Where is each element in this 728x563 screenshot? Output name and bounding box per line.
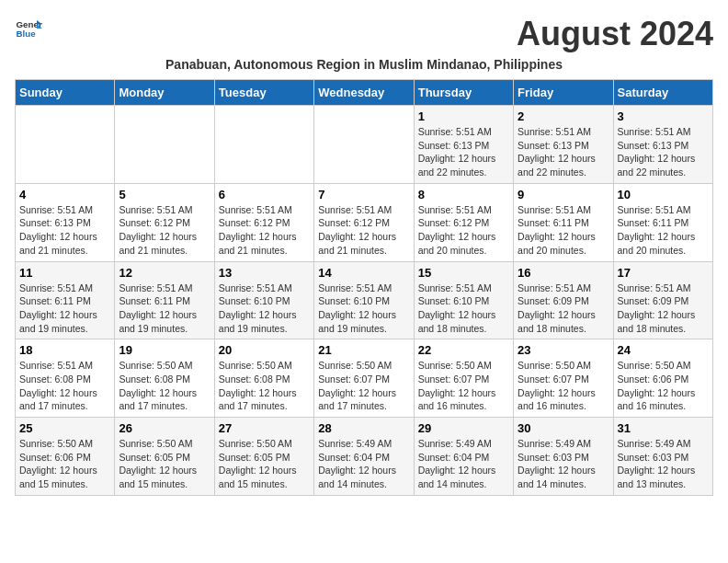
day-number: 27 bbox=[219, 421, 310, 435]
subtitle: Panabuan, Autonomous Region in Muslim Mi… bbox=[15, 57, 713, 72]
calendar-cell bbox=[314, 106, 414, 184]
day-number: 25 bbox=[19, 421, 110, 435]
calendar-cell bbox=[214, 106, 313, 184]
day-info: Sunrise: 5:49 AM Sunset: 6:03 PM Dayligh… bbox=[618, 437, 709, 491]
day-info: Sunrise: 5:50 AM Sunset: 6:05 PM Dayligh… bbox=[219, 437, 310, 491]
calendar-cell: 2Sunrise: 5:51 AM Sunset: 6:13 PM Daylig… bbox=[514, 106, 613, 184]
calendar-cell: 20Sunrise: 5:50 AM Sunset: 6:08 PM Dayli… bbox=[214, 339, 313, 418]
day-info: Sunrise: 5:50 AM Sunset: 6:06 PM Dayligh… bbox=[19, 437, 110, 491]
day-number: 23 bbox=[518, 343, 609, 357]
calendar-cell: 1Sunrise: 5:51 AM Sunset: 6:13 PM Daylig… bbox=[414, 106, 513, 184]
calendar-cell: 7Sunrise: 5:51 AM Sunset: 6:12 PM Daylig… bbox=[314, 183, 414, 261]
day-header-friday: Friday bbox=[514, 80, 613, 106]
week-row-2: 4Sunrise: 5:51 AM Sunset: 6:13 PM Daylig… bbox=[16, 183, 713, 261]
week-row-1: 1Sunrise: 5:51 AM Sunset: 6:13 PM Daylig… bbox=[16, 106, 713, 184]
day-number: 14 bbox=[318, 266, 409, 280]
calendar-cell: 5Sunrise: 5:51 AM Sunset: 6:12 PM Daylig… bbox=[115, 183, 214, 261]
day-info: Sunrise: 5:51 AM Sunset: 6:09 PM Dayligh… bbox=[518, 282, 609, 336]
day-number: 22 bbox=[418, 343, 509, 357]
calendar-cell: 3Sunrise: 5:51 AM Sunset: 6:13 PM Daylig… bbox=[613, 106, 712, 184]
day-info: Sunrise: 5:51 AM Sunset: 6:13 PM Dayligh… bbox=[418, 125, 509, 179]
svg-text:Blue: Blue bbox=[17, 29, 37, 39]
calendar-cell bbox=[16, 106, 115, 184]
day-info: Sunrise: 5:50 AM Sunset: 6:08 PM Dayligh… bbox=[219, 359, 310, 413]
week-row-3: 11Sunrise: 5:51 AM Sunset: 6:11 PM Dayli… bbox=[16, 261, 713, 339]
day-header-sunday: Sunday bbox=[16, 80, 115, 106]
calendar-cell: 26Sunrise: 5:50 AM Sunset: 6:05 PM Dayli… bbox=[115, 418, 214, 496]
calendar-body: 1Sunrise: 5:51 AM Sunset: 6:13 PM Daylig… bbox=[16, 106, 713, 496]
calendar-cell: 19Sunrise: 5:50 AM Sunset: 6:08 PM Dayli… bbox=[115, 339, 214, 418]
day-info: Sunrise: 5:50 AM Sunset: 6:07 PM Dayligh… bbox=[518, 359, 609, 413]
day-info: Sunrise: 5:50 AM Sunset: 6:05 PM Dayligh… bbox=[119, 437, 210, 491]
day-header-saturday: Saturday bbox=[613, 80, 712, 106]
day-info: Sunrise: 5:51 AM Sunset: 6:09 PM Dayligh… bbox=[618, 282, 709, 336]
day-info: Sunrise: 5:51 AM Sunset: 6:12 PM Dayligh… bbox=[418, 203, 509, 258]
day-number: 7 bbox=[318, 188, 409, 201]
day-number: 20 bbox=[219, 343, 310, 357]
calendar-cell bbox=[115, 106, 214, 184]
day-info: Sunrise: 5:51 AM Sunset: 6:12 PM Dayligh… bbox=[119, 203, 210, 258]
calendar-cell: 9Sunrise: 5:51 AM Sunset: 6:11 PM Daylig… bbox=[514, 183, 613, 261]
day-info: Sunrise: 5:50 AM Sunset: 6:08 PM Dayligh… bbox=[119, 359, 210, 413]
day-number: 24 bbox=[618, 343, 709, 357]
week-row-4: 18Sunrise: 5:51 AM Sunset: 6:08 PM Dayli… bbox=[16, 339, 713, 418]
calendar-table: SundayMondayTuesdayWednesdayThursdayFrid… bbox=[15, 79, 713, 496]
calendar-cell: 12Sunrise: 5:51 AM Sunset: 6:11 PM Dayli… bbox=[115, 261, 214, 339]
day-number: 10 bbox=[618, 188, 709, 201]
day-info: Sunrise: 5:51 AM Sunset: 6:11 PM Dayligh… bbox=[518, 203, 609, 258]
day-number: 29 bbox=[418, 421, 509, 435]
calendar-cell: 31Sunrise: 5:49 AM Sunset: 6:03 PM Dayli… bbox=[613, 418, 712, 496]
day-number: 4 bbox=[19, 188, 110, 201]
calendar-cell: 11Sunrise: 5:51 AM Sunset: 6:11 PM Dayli… bbox=[16, 261, 115, 339]
calendar-cell: 13Sunrise: 5:51 AM Sunset: 6:10 PM Dayli… bbox=[214, 261, 313, 339]
day-info: Sunrise: 5:51 AM Sunset: 6:10 PM Dayligh… bbox=[318, 282, 409, 336]
day-number: 11 bbox=[19, 266, 110, 280]
day-info: Sunrise: 5:51 AM Sunset: 6:13 PM Dayligh… bbox=[19, 203, 110, 258]
day-number: 15 bbox=[418, 266, 509, 280]
calendar-header-row: SundayMondayTuesdayWednesdayThursdayFrid… bbox=[16, 80, 713, 106]
calendar-cell: 25Sunrise: 5:50 AM Sunset: 6:06 PM Dayli… bbox=[16, 418, 115, 496]
day-number: 1 bbox=[418, 109, 509, 123]
logo: General Blue bbox=[15, 15, 46, 42]
calendar-cell: 28Sunrise: 5:49 AM Sunset: 6:04 PM Dayli… bbox=[314, 418, 414, 496]
calendar-cell: 8Sunrise: 5:51 AM Sunset: 6:12 PM Daylig… bbox=[414, 183, 513, 261]
day-number: 30 bbox=[518, 421, 609, 435]
day-number: 21 bbox=[318, 343, 409, 357]
calendar-cell: 30Sunrise: 5:49 AM Sunset: 6:03 PM Dayli… bbox=[514, 418, 613, 496]
day-info: Sunrise: 5:50 AM Sunset: 6:07 PM Dayligh… bbox=[418, 359, 509, 413]
day-number: 2 bbox=[518, 109, 609, 123]
day-number: 16 bbox=[518, 266, 609, 280]
day-info: Sunrise: 5:51 AM Sunset: 6:08 PM Dayligh… bbox=[19, 359, 110, 413]
day-info: Sunrise: 5:50 AM Sunset: 6:07 PM Dayligh… bbox=[318, 359, 409, 413]
day-info: Sunrise: 5:51 AM Sunset: 6:10 PM Dayligh… bbox=[418, 282, 509, 336]
calendar-cell: 17Sunrise: 5:51 AM Sunset: 6:09 PM Dayli… bbox=[613, 261, 712, 339]
day-info: Sunrise: 5:51 AM Sunset: 6:12 PM Dayligh… bbox=[318, 203, 409, 258]
day-header-tuesday: Tuesday bbox=[214, 80, 313, 106]
day-info: Sunrise: 5:49 AM Sunset: 6:03 PM Dayligh… bbox=[518, 437, 609, 491]
day-number: 5 bbox=[119, 188, 210, 201]
week-row-5: 25Sunrise: 5:50 AM Sunset: 6:06 PM Dayli… bbox=[16, 418, 713, 496]
calendar-cell: 21Sunrise: 5:50 AM Sunset: 6:07 PM Dayli… bbox=[314, 339, 414, 418]
day-number: 12 bbox=[119, 266, 210, 280]
day-number: 3 bbox=[618, 109, 709, 123]
day-number: 26 bbox=[119, 421, 210, 435]
calendar-cell: 4Sunrise: 5:51 AM Sunset: 6:13 PM Daylig… bbox=[16, 183, 115, 261]
calendar-cell: 16Sunrise: 5:51 AM Sunset: 6:09 PM Dayli… bbox=[514, 261, 613, 339]
day-info: Sunrise: 5:51 AM Sunset: 6:13 PM Dayligh… bbox=[618, 125, 709, 179]
day-number: 6 bbox=[219, 188, 310, 201]
calendar-cell: 29Sunrise: 5:49 AM Sunset: 6:04 PM Dayli… bbox=[414, 418, 513, 496]
day-number: 18 bbox=[19, 343, 110, 357]
day-info: Sunrise: 5:51 AM Sunset: 6:12 PM Dayligh… bbox=[219, 203, 310, 258]
calendar-cell: 10Sunrise: 5:51 AM Sunset: 6:11 PM Dayli… bbox=[613, 183, 712, 261]
day-header-thursday: Thursday bbox=[414, 80, 513, 106]
calendar-cell: 18Sunrise: 5:51 AM Sunset: 6:08 PM Dayli… bbox=[16, 339, 115, 418]
day-info: Sunrise: 5:51 AM Sunset: 6:10 PM Dayligh… bbox=[219, 282, 310, 336]
day-number: 28 bbox=[318, 421, 409, 435]
day-number: 31 bbox=[618, 421, 709, 435]
day-number: 13 bbox=[219, 266, 310, 280]
day-info: Sunrise: 5:49 AM Sunset: 6:04 PM Dayligh… bbox=[418, 437, 509, 491]
calendar-cell: 23Sunrise: 5:50 AM Sunset: 6:07 PM Dayli… bbox=[514, 339, 613, 418]
day-info: Sunrise: 5:51 AM Sunset: 6:13 PM Dayligh… bbox=[518, 125, 609, 179]
day-header-monday: Monday bbox=[115, 80, 214, 106]
calendar-cell: 14Sunrise: 5:51 AM Sunset: 6:10 PM Dayli… bbox=[314, 261, 414, 339]
